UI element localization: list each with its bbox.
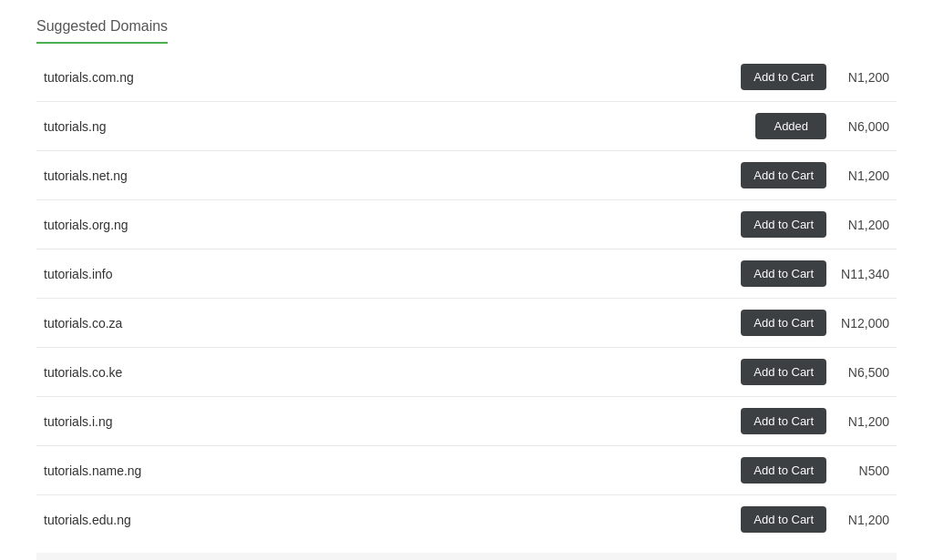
domain-tld: .edu.ng [88,513,131,527]
add-to-cart-button[interactable]: Add to Cart [741,457,826,484]
add-to-cart-button[interactable]: Add to Cart [741,310,826,336]
table-row: tutorials.name.ngAdd to CartN500 [36,446,897,495]
price-cell: N12,000 [834,299,897,348]
add-to-cart-button[interactable]: Add to Cart [741,64,826,90]
button-cell: Added [733,102,834,151]
table-row: tutorials.ngAddedN6,000 [36,102,897,151]
price-cell: N1,200 [834,53,897,102]
table-row: tutorials.co.keAdd to CartN6,500 [36,348,897,397]
price-cell: N6,000 [834,102,897,151]
button-cell: Add to Cart [733,249,834,299]
domain-name-cell: tutorials.net.ng [36,151,149,200]
domain-name-cell: tutorials.org.ng [36,200,149,249]
add-to-cart-button[interactable]: Add to Cart [741,359,826,385]
domain-base: tutorials [44,218,88,232]
domain-base: tutorials [44,70,88,85]
add-to-cart-button[interactable]: Add to Cart [741,211,826,238]
price-cell: N11,340 [834,249,897,299]
button-cell: Add to Cart [733,299,834,348]
domains-table: tutorials.com.ngAdd to CartN1,200tutoria… [36,53,897,544]
domain-name-cell: tutorials.info [36,249,149,299]
domain-base: tutorials [44,414,88,429]
button-cell: Add to Cart [733,446,834,495]
domain-base: tutorials [44,316,88,331]
domain-tld: .ng [88,119,106,134]
domain-name-cell: tutorials.co.za [36,299,149,348]
table-row: tutorials.infoAdd to CartN11,340 [36,249,897,299]
domain-base: tutorials [44,267,88,281]
button-cell: Add to Cart [733,397,834,446]
button-cell: Add to Cart [733,53,834,102]
more-suggestions-section: Give me more suggestions! [36,553,897,560]
domain-name-cell: tutorials.ng [36,102,149,151]
domain-tld: .co.ke [88,365,122,380]
domain-name-cell: tutorials.i.ng [36,397,149,446]
add-to-cart-button[interactable]: Add to Cart [741,260,826,287]
table-row: tutorials.i.ngAdd to CartN1,200 [36,397,897,446]
table-row: tutorials.com.ngAdd to CartN1,200 [36,53,897,102]
add-to-cart-button[interactable]: Add to Cart [741,162,826,188]
domain-base: tutorials [44,365,88,380]
domain-tld: .org.ng [88,218,128,232]
domain-name-cell: tutorials.name.ng [36,446,149,495]
domain-tld: .name.ng [88,463,141,478]
domain-base: tutorials [44,513,88,527]
domain-name-cell: tutorials.edu.ng [36,495,149,545]
table-row: tutorials.net.ngAdd to CartN1,200 [36,151,897,200]
domain-tld: .com.ng [88,70,134,85]
table-row: tutorials.edu.ngAdd to CartN1,200 [36,495,897,545]
button-cell: Add to Cart [733,495,834,545]
domain-tld: .i.ng [88,414,112,429]
price-cell: N6,500 [834,348,897,397]
added-button[interactable]: Added [755,113,826,139]
domain-tld: .info [88,267,112,281]
add-to-cart-button[interactable]: Add to Cart [741,408,826,434]
domain-base: tutorials [44,168,88,183]
page-title: Suggested Domains [36,18,168,44]
domain-base: tutorials [44,463,88,478]
domain-name-cell: tutorials.com.ng [36,53,149,102]
button-cell: Add to Cart [733,200,834,249]
domain-base: tutorials [44,119,88,134]
button-cell: Add to Cart [733,348,834,397]
price-cell: N1,200 [834,151,897,200]
price-cell: N500 [834,446,897,495]
price-cell: N1,200 [834,495,897,545]
table-row: tutorials.org.ngAdd to CartN1,200 [36,200,897,249]
price-cell: N1,200 [834,397,897,446]
domain-name-cell: tutorials.co.ke [36,348,149,397]
domain-tld: .co.za [88,316,122,331]
button-cell: Add to Cart [733,151,834,200]
price-cell: N1,200 [834,200,897,249]
table-row: tutorials.co.zaAdd to CartN12,000 [36,299,897,348]
domain-tld: .net.ng [88,168,128,183]
add-to-cart-button[interactable]: Add to Cart [741,506,826,533]
